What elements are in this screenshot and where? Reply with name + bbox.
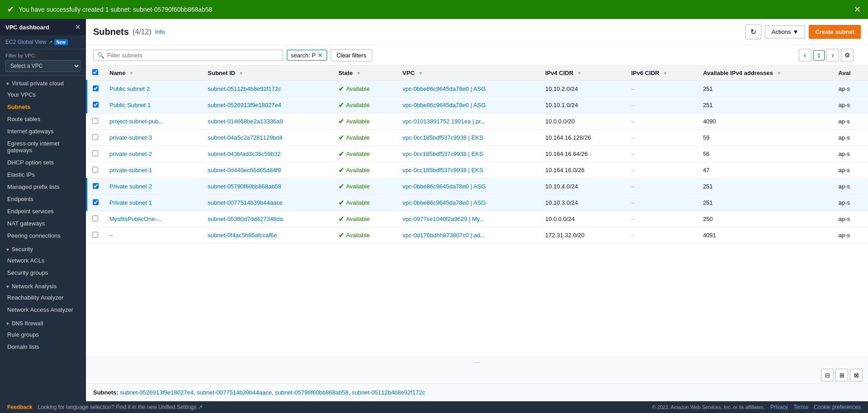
name-link-0[interactable]: Public subnet 2 [109, 85, 150, 92]
row-checkbox-cell-5[interactable] [87, 162, 104, 178]
name-link-3[interactable]: private-subnet-3 [109, 134, 152, 141]
actions-button[interactable]: Actions ▼ [765, 25, 806, 38]
row-checkbox-cell-1[interactable] [87, 97, 104, 113]
name-link-4[interactable]: private-subnet-2 [109, 150, 152, 157]
sidebar-item-security-groups[interactable]: Security groups [0, 267, 86, 279]
col-name[interactable]: Name ▼ [104, 66, 202, 80]
sidebar-section-security[interactable]: ▼ Security [0, 242, 86, 254]
row-checkbox-cell-7[interactable] [87, 195, 104, 211]
sidebar-item-dhcp[interactable]: DHCP option sets [0, 156, 86, 169]
remove-filter-button[interactable]: ✕ [318, 52, 323, 59]
vpc-link-7[interactable]: vpc-0bbe86c9645da78e0 | ASG [403, 199, 486, 206]
vpc-link-2[interactable]: vpc-01013891752 1901ea | pr... [403, 118, 485, 125]
row-checkbox-cell-0[interactable] [87, 80, 104, 97]
vpc-link-3[interactable]: vpc-0cc185bdf537c9938 | EKS [403, 134, 483, 141]
subnet-id-link-6[interactable]: subnet-05790f60bb868ab58 [208, 183, 281, 190]
row-checkbox-4[interactable] [92, 150, 98, 156]
col-ipv6[interactable]: IPv6 CIDR ▼ [626, 66, 697, 80]
feedback-link[interactable]: Feedback [7, 404, 32, 410]
sidebar-item-internet-gateways[interactable]: Internet gateways [0, 125, 86, 137]
row-checkbox-cell-3[interactable] [87, 130, 104, 146]
sidebar-item-managed-prefix-lists[interactable]: Managed prefix lists [0, 181, 86, 193]
row-checkbox-cell-4[interactable] [87, 146, 104, 162]
sidebar-section-vpc[interactable]: ▼ Virtual private cloud [0, 76, 86, 89]
view-split-button-2[interactable]: ⊞ [835, 369, 848, 381]
row-checkbox-3[interactable] [92, 134, 98, 140]
row-checkbox-2[interactable] [92, 118, 98, 124]
sidebar-item-route-tables[interactable]: Route tables [0, 113, 86, 125]
subnet-id-link-0[interactable]: subnet-05112b4b8e92f172c [208, 85, 281, 92]
row-checkbox-5[interactable] [92, 167, 98, 173]
sidebar-item-reachability-analyzer[interactable]: Reachability Analyzer [0, 291, 86, 304]
banner-close-button[interactable]: ✕ [854, 5, 861, 14]
col-state[interactable]: State ▼ [333, 66, 397, 80]
col-available-ipv4[interactable]: Available IPv4 addresses ▼ [697, 66, 833, 80]
sidebar-section-dns-firewall[interactable]: ▼ DNS firewall [0, 316, 86, 329]
row-checkbox-cell-2[interactable] [87, 113, 104, 130]
search-input[interactable] [107, 52, 279, 59]
sidebar-item-endpoint-services[interactable]: Endpoint services [0, 205, 86, 217]
col-vpc[interactable]: VPC ▼ [397, 66, 540, 80]
sidebar-item-egress-gateways[interactable]: Egress-only internet gateways [0, 137, 86, 156]
name-link-5[interactable]: private-subnet-1 [109, 167, 152, 174]
row-checkbox-cell-6[interactable] [87, 178, 104, 195]
row-checkbox-cell-9[interactable] [87, 227, 104, 244]
privacy-link[interactable]: Privacy [770, 404, 788, 410]
subnet-id-link-7[interactable]: subnet-0077514b39b44aace [208, 199, 283, 206]
sidebar-item-your-vpcs[interactable]: Your VPCs [0, 89, 86, 101]
select-all-checkbox[interactable] [92, 69, 98, 75]
sidebar-item-network-access-analyzer[interactable]: Network Access Analyzer [0, 304, 86, 316]
vpc-link-1[interactable]: vpc-0bbe86c9645da78e0 | ASG [403, 102, 486, 108]
sidebar-item-nat-gateways[interactable]: NAT gateways [0, 217, 86, 230]
next-page-button[interactable]: › [826, 49, 839, 61]
name-link-8[interactable]: MysfitsPublicOne-... [109, 216, 162, 222]
terms-link[interactable]: Terms [793, 404, 808, 410]
sidebar-item-domain-lists[interactable]: Domain lists [0, 341, 86, 353]
sidebar-item-peering-connections[interactable]: Peering connections [0, 230, 86, 242]
selected-subnets-list[interactable]: subnet-0526913f9e18027e4, subnet-0077514… [120, 389, 425, 396]
resize-handle[interactable]: — [86, 357, 868, 367]
clear-filters-button[interactable]: Clear filters [331, 49, 372, 61]
vpc-link-8[interactable]: vpc-0977ce1040f2a9629 | My... [403, 216, 484, 222]
subnet-id-link-8[interactable]: subnet-05380d7dd427348da [208, 216, 283, 222]
prev-page-button[interactable]: ‹ [799, 49, 811, 61]
row-checkbox-9[interactable] [92, 232, 98, 238]
info-link[interactable]: Info [155, 28, 165, 35]
subnet-id-link-2[interactable]: subnet-014668be2a13336a9 [208, 118, 283, 125]
name-link-2[interactable]: project-subnet-pub... [109, 118, 163, 125]
ec2-global-view-link[interactable]: EC2 Global View ↗ New [0, 35, 86, 49]
subnet-id-link-5[interactable]: subnet-0d440ec66d65d84f9 [208, 167, 281, 174]
sidebar-close-button[interactable]: ✕ [75, 23, 81, 31]
name-link-1[interactable]: Public Subnet 1 [109, 102, 151, 108]
subnet-id-link-4[interactable]: subnet-043bfad3c35c59b32 [208, 150, 280, 157]
select-all-checkbox-header[interactable] [87, 66, 104, 80]
sidebar-item-subnets[interactable]: Subnets [0, 101, 86, 113]
row-checkbox-1[interactable] [93, 102, 99, 108]
unified-settings-link[interactable]: ↗ [198, 404, 203, 410]
filter-vpc-select[interactable]: Select a VPC [5, 60, 81, 72]
vpc-link-6[interactable]: vpc-0bbe86c9645da78e0 | ASG [403, 183, 486, 190]
subnet-id-link-3[interactable]: subnet-04a5c2a7281129bd4 [208, 134, 283, 141]
view-split-button-3[interactable]: ⊠ [850, 369, 863, 381]
subnet-id-link-9[interactable]: subnet-0f4ac5b85afccaf6e [208, 232, 277, 239]
vpc-link-9[interactable]: vpc-0d176bdhh873807c0 | ad... [403, 232, 485, 239]
col-subnet-id[interactable]: Subnet ID ▼ [202, 66, 333, 80]
row-checkbox-8[interactable] [92, 216, 98, 221]
name-link-9[interactable]: – [109, 232, 113, 239]
vpc-link-4[interactable]: vpc-0cc185bdf537c9938 | EKS [403, 150, 483, 157]
create-subnet-button[interactable]: Create subnet [809, 25, 861, 39]
name-link-6[interactable]: Private subnet 2 [109, 183, 152, 190]
sidebar-item-endpoints[interactable]: Endpoints [0, 193, 86, 205]
sidebar-item-network-acls[interactable]: Network ACLs [0, 254, 86, 267]
sidebar-section-network-analysis[interactable]: ▼ Network Analysis [0, 279, 86, 291]
col-ipv4[interactable]: IPv4 CIDR ▼ [540, 66, 626, 80]
sidebar-item-elastic-ips[interactable]: Elastic IPs [0, 169, 86, 181]
name-link-7[interactable]: Private subnet 1 [109, 199, 152, 206]
row-checkbox-7[interactable] [93, 199, 99, 205]
row-checkbox-0[interactable] [93, 85, 99, 91]
cookie-preferences-link[interactable]: Cookie preferences [814, 404, 861, 410]
subnet-id-link-1[interactable]: subnet-0526913f9e18027e4 [208, 102, 281, 108]
row-checkbox-cell-8[interactable] [87, 211, 104, 227]
vpc-link-0[interactable]: vpc-0bbe86c9645da78e0 | ASG [403, 85, 486, 92]
view-split-button-1[interactable]: ⊟ [821, 369, 834, 381]
